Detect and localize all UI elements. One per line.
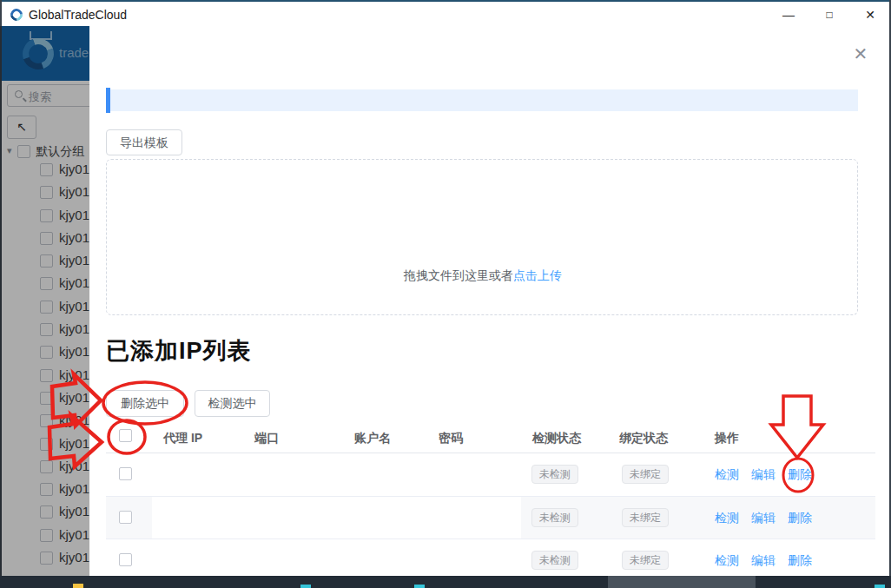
column-header: 密码 xyxy=(439,431,463,446)
alert-accent-bar xyxy=(106,88,110,113)
column-header: 账户名 xyxy=(354,431,391,446)
taskbar-icon-cyan-3[interactable] xyxy=(874,585,885,588)
modal-dim-overlay xyxy=(0,26,89,576)
detect-selected-button[interactable]: 检测选中 xyxy=(195,390,270,417)
info-alert-bar xyxy=(106,89,858,111)
detect-status-badge: 未检测 xyxy=(531,508,578,527)
taskbar-icon-cyan-1[interactable] xyxy=(300,585,311,588)
table-row: 未检测未绑定检测编辑删除 xyxy=(106,496,875,538)
click-upload-link[interactable]: 点击上传 xyxy=(513,268,562,282)
table-row: 未检测未绑定检测编辑删除 xyxy=(106,453,875,496)
bind-status-badge: 未绑定 xyxy=(622,551,669,570)
bind-status-badge: 未绑定 xyxy=(622,508,669,527)
title-bar: GlobalTradeCloud — □ ✕ xyxy=(0,0,891,26)
edit-link[interactable]: 编辑 xyxy=(751,511,776,526)
delete-link[interactable]: 删除 xyxy=(788,511,812,526)
column-header: 检测状态 xyxy=(532,431,581,446)
upload-hint-text: 拖拽文件到这里或者点击上传 xyxy=(107,268,859,284)
column-header: 操作 xyxy=(715,431,739,446)
column-header: 端口 xyxy=(254,431,279,446)
window-title: GlobalTradeCloud xyxy=(29,8,127,22)
column-header: 绑定状态 xyxy=(619,431,668,446)
row-checkbox[interactable] xyxy=(119,553,132,566)
taskbar-icon-yellow[interactable] xyxy=(73,584,83,588)
minimize-button[interactable]: — xyxy=(776,6,802,23)
delete-link[interactable]: 删除 xyxy=(788,467,812,483)
export-template-button[interactable]: 导出模板 xyxy=(106,129,182,155)
app-logo-icon xyxy=(8,6,25,23)
taskbar-active-app-button[interactable] xyxy=(608,576,756,588)
table-header: 代理 IP端口账户名密码检测状态绑定状态操作 xyxy=(106,425,875,453)
bind-status-badge: 未绑定 xyxy=(622,465,669,484)
edit-link[interactable]: 编辑 xyxy=(751,553,776,569)
file-drop-zone[interactable]: 拖拽文件到这里或者点击上传 xyxy=(106,159,858,315)
ip-table: 代理 IP端口账户名密码检测状态绑定状态操作 未检测未绑定检测编辑删除未检测未绑… xyxy=(106,425,875,576)
row-checkbox[interactable] xyxy=(119,467,132,480)
maximize-button[interactable]: □ xyxy=(816,6,842,23)
table-row: 未检测未绑定检测编辑删除 xyxy=(106,538,875,576)
added-ip-list-title: 已添加IP列表 xyxy=(106,335,252,367)
upload-ip-modal: ✕ 导出模板 拖拽文件到这里或者点击上传 已添加IP列表 删除选中 检测选中 代… xyxy=(89,26,889,576)
detect-link[interactable]: 检测 xyxy=(715,467,739,483)
table-rows: 未检测未绑定检测编辑删除未检测未绑定检测编辑删除未检测未绑定检测编辑删除 xyxy=(106,453,875,576)
column-header: 代理 IP xyxy=(163,431,202,446)
row-checkbox[interactable] xyxy=(119,511,132,524)
delete-link[interactable]: 删除 xyxy=(788,553,812,569)
detect-status-badge: 未检测 xyxy=(531,465,578,484)
edit-link[interactable]: 编辑 xyxy=(751,467,776,483)
delete-selected-button[interactable]: 删除选中 xyxy=(106,390,184,417)
application-window: GlobalTradeCloud — □ ✕ trade 搜索 ↖ ▾默认分组 … xyxy=(0,0,891,588)
taskbar-icon-cyan-2[interactable] xyxy=(414,585,425,588)
select-all-checkbox[interactable] xyxy=(119,429,132,442)
detect-link[interactable]: 检测 xyxy=(715,511,739,526)
detect-status-badge: 未检测 xyxy=(531,551,578,570)
os-taskbar[interactable] xyxy=(0,576,891,588)
detect-link[interactable]: 检测 xyxy=(715,553,739,569)
modal-close-icon[interactable]: ✕ xyxy=(850,43,871,64)
close-window-button[interactable]: ✕ xyxy=(857,6,883,23)
